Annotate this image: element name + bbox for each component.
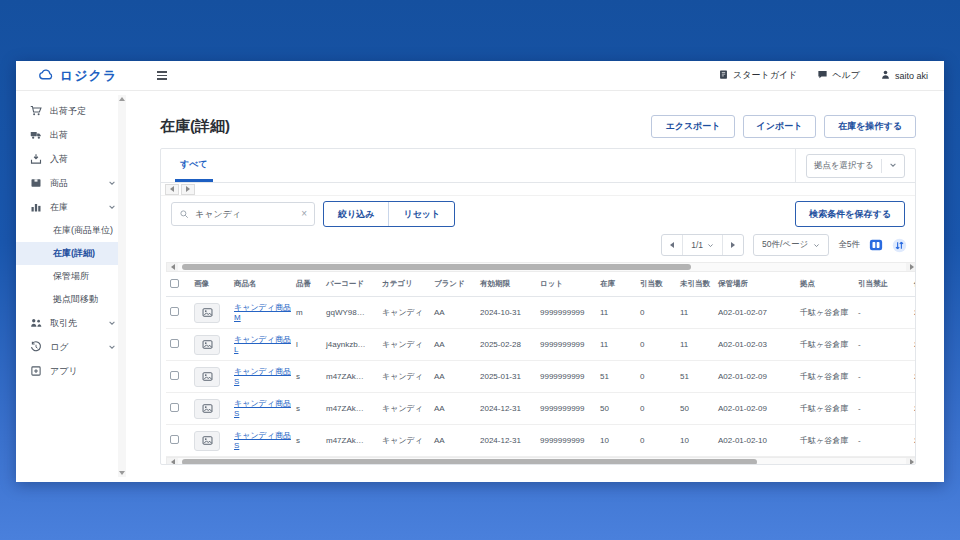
column-header-12: 保管場所: [714, 279, 796, 289]
product-image-button[interactable]: [194, 335, 220, 355]
start-guide-link[interactable]: スタートガイド: [718, 69, 797, 82]
sidebar-item-7[interactable]: アプリ: [16, 359, 126, 383]
row-checkbox[interactable]: [170, 403, 179, 412]
search-input[interactable]: [195, 209, 295, 219]
chevron-down-icon: [707, 242, 714, 249]
app-window: ロジクラ スタートガイド ヘルプ saito aki: [16, 61, 944, 482]
sidebar-subitem-4-0[interactable]: 在庫(商品単位): [16, 219, 126, 242]
sidebar-subitem-4-3[interactable]: 拠点間移動: [16, 288, 126, 311]
apply-filter-button[interactable]: 絞り込み: [324, 202, 388, 226]
picture-icon: [202, 435, 213, 446]
logo[interactable]: ロジクラ: [16, 67, 117, 85]
filter-button-group: 絞り込み リセット: [323, 201, 455, 227]
save-search-button[interactable]: 検索条件を保存する: [795, 201, 905, 227]
next-page-button[interactable]: [722, 235, 743, 255]
column-header-13: 拠点: [796, 279, 854, 289]
sidebar-item-6[interactable]: ログ: [16, 335, 126, 359]
search-box[interactable]: ×: [171, 202, 315, 226]
sidebar-item-label: 出荷予定: [50, 105, 86, 118]
column-header-9: 在庫: [596, 279, 636, 289]
cell-stock: 51: [596, 372, 636, 381]
sort-icon[interactable]: [892, 238, 907, 253]
scroll-left-button[interactable]: [167, 458, 178, 465]
table-bottom-scrollbar[interactable]: [166, 457, 916, 465]
scroll-up-icon[interactable]: [119, 97, 125, 101]
cell-expiry: 2024-10-31: [476, 308, 536, 317]
sidebar-scrollbar[interactable]: [118, 95, 126, 477]
select-all-checkbox[interactable]: [170, 279, 179, 288]
cell-allocation_ban: -: [854, 340, 910, 349]
product-name-link[interactable]: キャンディ商品S: [234, 431, 291, 450]
column-settings-icon[interactable]: [869, 238, 883, 252]
product-name-link[interactable]: キャンディ商品S: [234, 367, 291, 386]
sidebar-item-5[interactable]: 取引先: [16, 311, 126, 335]
topbar-links: スタートガイド ヘルプ saito aki: [718, 69, 944, 82]
cell-brand: AA: [430, 436, 476, 445]
scrollbar-thumb[interactable]: [182, 264, 692, 270]
sidebar-subitem-4-2[interactable]: 保管場所: [16, 265, 126, 288]
scroll-right-button[interactable]: [906, 263, 916, 271]
product-image-button[interactable]: [194, 399, 220, 419]
help-icon: [817, 69, 828, 82]
sidebar-item-1[interactable]: 出荷: [16, 123, 126, 147]
sidebar-item-label: 在庫: [50, 201, 68, 214]
location-select[interactable]: 拠点を選択する: [806, 154, 905, 178]
hamburger-menu-icon[interactable]: [157, 71, 167, 80]
tab-all[interactable]: すべて: [175, 149, 213, 182]
product-image-button[interactable]: [194, 367, 220, 387]
sidebar-item-4[interactable]: 在庫: [16, 195, 126, 219]
stock-icon: [30, 201, 42, 213]
scroll-left-button[interactable]: [167, 263, 178, 271]
operate-stock-button[interactable]: 在庫を操作する: [824, 115, 916, 138]
page-select[interactable]: 1/1: [682, 235, 722, 255]
row-checkbox[interactable]: [170, 435, 179, 444]
product-image-button[interactable]: [194, 431, 220, 451]
user-menu[interactable]: saito aki: [880, 69, 928, 82]
pagination-row: 1/1 50件/ページ 全5件: [161, 232, 915, 260]
cart-icon: [30, 105, 42, 117]
scrollbar-thumb[interactable]: [182, 459, 757, 465]
tab-scroll-left-button[interactable]: [165, 184, 179, 195]
row-checkbox[interactable]: [170, 371, 179, 380]
cell-storage: A02-01-02-07: [714, 308, 796, 317]
cell-unallocated: 51: [676, 372, 714, 381]
product-image-button[interactable]: [194, 303, 220, 323]
clear-search-icon[interactable]: ×: [301, 209, 307, 219]
column-header-7: 有効期限: [476, 279, 536, 289]
picture-icon: [202, 371, 213, 382]
product-name-link[interactable]: キャンディ商品S: [234, 399, 291, 418]
sidebar-item-3[interactable]: 商品: [16, 171, 126, 195]
sidebar-subitem-4-1[interactable]: 在庫(詳細): [16, 242, 126, 265]
scroll-right-button[interactable]: [906, 458, 916, 465]
chevron-down-icon: [813, 242, 820, 249]
apps-icon: [30, 365, 42, 377]
row-checkbox[interactable]: [170, 307, 179, 316]
sidebar-item-label: 商品: [50, 177, 68, 190]
import-button[interactable]: インポート: [743, 115, 817, 138]
cell-barcode: m47ZAk…: [322, 404, 378, 413]
cell-allocation_ban: -: [854, 436, 910, 445]
cell-allocation_ban: -: [854, 404, 910, 413]
chevron-down-icon: [108, 319, 116, 327]
table-top-scrollbar[interactable]: [166, 262, 916, 272]
cell-allocated: 0: [636, 308, 676, 317]
scroll-down-icon[interactable]: [119, 471, 125, 475]
cell-site: 千駄ヶ谷倉庫: [796, 307, 854, 318]
product-name-link[interactable]: キャンディ商品L: [234, 335, 291, 354]
log-icon: [30, 341, 42, 353]
export-button[interactable]: エクスポート: [651, 115, 734, 138]
column-header-5: カテゴリ: [378, 279, 430, 289]
per-page-select[interactable]: 50件/ページ: [753, 234, 829, 256]
row-checkbox[interactable]: [170, 339, 179, 348]
reset-filter-button[interactable]: リセット: [388, 202, 454, 226]
divider: [881, 159, 882, 173]
tab-scroll-right-button[interactable]: [181, 184, 195, 195]
product-name-link[interactable]: キャンディ商品M: [234, 303, 291, 322]
sidebar-item-2[interactable]: 入荷: [16, 147, 126, 171]
cell-created: 20: [910, 308, 916, 317]
cell-site: 千駄ヶ谷倉庫: [796, 371, 854, 382]
sidebar-item-0[interactable]: 出荷予定: [16, 99, 126, 123]
help-link[interactable]: ヘルプ: [817, 69, 860, 82]
cell-allocated: 0: [636, 372, 676, 381]
prev-page-button[interactable]: [662, 235, 682, 255]
